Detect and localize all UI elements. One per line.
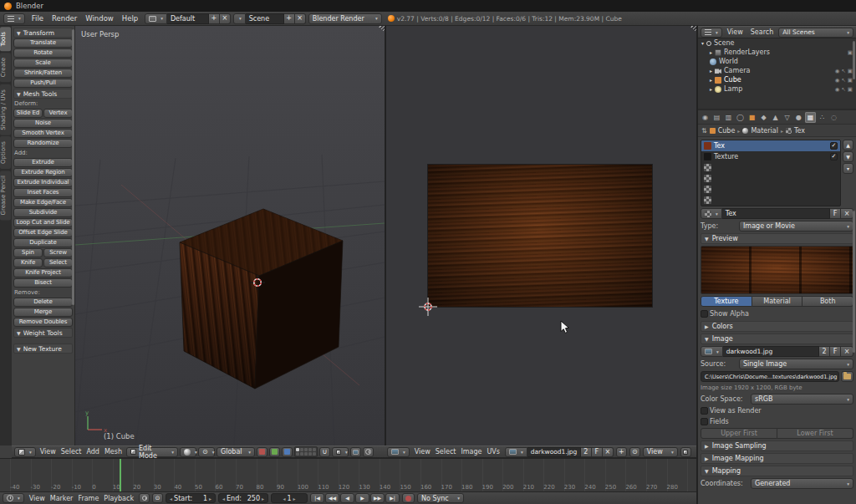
properties-scrollbar[interactable] (853, 211, 855, 353)
timeline[interactable]: -40-30-20-100102030405060708090100110120… (0, 458, 696, 491)
visibility-icon[interactable]: ◉ (835, 77, 840, 84)
tool-button[interactable]: Merge (13, 308, 73, 317)
file-browse-button[interactable] (841, 371, 853, 382)
layers-widget[interactable] (294, 446, 318, 457)
use-preview-range-button[interactable] (139, 493, 150, 503)
colorspace-dropdown[interactable]: sRGB (751, 394, 853, 405)
playback-button[interactable]: ◀◀ (325, 493, 339, 503)
tool-button[interactable]: Slide Ed (13, 109, 43, 118)
image-name-field[interactable]: darkwood1.jpg (723, 346, 819, 357)
tab-options[interactable]: Options (0, 136, 11, 169)
panel-header-new-texture[interactable]: ▼New Texture (13, 344, 73, 354)
tool-button[interactable]: Shrink/Fatten (13, 69, 73, 78)
breadcrumb-texture[interactable]: Tex (794, 127, 805, 135)
slot-enable-checkbox[interactable]: ✓ (830, 153, 838, 160)
context-cycle-icon[interactable]: ⇅ (701, 127, 707, 135)
image-users-button[interactable]: 2 (581, 447, 592, 457)
image-browse-button[interactable] (505, 447, 527, 457)
outliner-search-menu[interactable]: Search (748, 28, 776, 36)
slot-specials-button[interactable]: ▾ (843, 163, 853, 174)
texture-unlink-button[interactable]: × (841, 208, 853, 219)
tab-texture[interactable]: ▦ (805, 112, 816, 123)
panel-header-preview[interactable]: ▼Preview (701, 233, 853, 244)
view-as-render-checkbox[interactable] (701, 407, 708, 415)
tab-constraints[interactable]: ◆ (758, 112, 769, 123)
outliner-row-world[interactable]: World (698, 57, 856, 66)
editor-type-timeline-button[interactable] (3, 493, 24, 503)
menu-item[interactable]: View (412, 448, 433, 456)
render-engine-dropdown[interactable]: Blender Render (308, 13, 382, 24)
outliner-row-lamp[interactable]: ▸ Lamp ◉↖▣ (698, 84, 856, 94)
snap-magnet-button[interactable]: ∪ (319, 447, 330, 457)
outliner-view-menu[interactable]: View (725, 28, 746, 36)
slot-move-up-button[interactable]: ▲ (843, 140, 853, 150)
new-image-button[interactable]: + (616, 447, 627, 457)
texture-slot-empty[interactable] (701, 184, 840, 195)
panel-header-colors[interactable]: ▶Colors (701, 321, 853, 332)
area-resize-grip[interactable] (689, 26, 696, 33)
tool-button[interactable]: Duplicate (13, 238, 73, 247)
scene-browse-button[interactable] (233, 13, 246, 24)
image-users-button[interactable]: 2 (819, 346, 830, 357)
panel-header-image-mapping[interactable]: ▶Image Mapping (701, 453, 853, 464)
outliner-row-scene[interactable]: ▾ Scene (698, 38, 856, 48)
outliner-row-camera[interactable]: ▸ Camera ◉↖▣ (698, 66, 856, 75)
field-order-button[interactable]: Lower First (777, 428, 853, 439)
expand-icon[interactable]: ▸ (710, 86, 712, 92)
pivot-dropdown[interactable]: ⊙ (198, 447, 215, 457)
mode-dropdown[interactable]: Edit Mode (126, 447, 178, 457)
tool-button[interactable]: Extrude (13, 158, 73, 167)
tool-button[interactable]: Extrude Individual (13, 178, 73, 187)
tab-modifiers[interactable]: ▲ (770, 112, 781, 123)
filepath-field[interactable]: C:\Users\Chris\Docume...textures\darkwoo… (701, 371, 839, 382)
tool-button[interactable]: Subdivide (13, 208, 73, 217)
layout-browse-button[interactable] (145, 13, 167, 24)
menu-item[interactable]: Window (81, 14, 118, 23)
tab-physics[interactable]: ◌ (828, 112, 839, 123)
menu-item[interactable]: Help (118, 14, 142, 23)
current-frame-field[interactable]: 1 (271, 493, 308, 503)
record-button[interactable] (402, 493, 415, 503)
slot-enable-checkbox[interactable]: ✓ (830, 142, 838, 150)
visibility-icon[interactable]: ◉ (835, 86, 840, 93)
tool-button[interactable]: Loop Cut and Slide (13, 218, 73, 227)
renderability-icon[interactable]: ▣ (848, 86, 853, 93)
titlebar[interactable]: Blender (0, 0, 856, 12)
playback-button[interactable]: |◀ (310, 493, 324, 503)
playback-button[interactable]: ▶| (385, 493, 400, 503)
expand-icon[interactable]: ▸ (710, 77, 712, 83)
tab-object-data[interactable]: ▽ (782, 112, 792, 123)
tool-button[interactable]: Randomize (13, 139, 73, 148)
tool-button[interactable]: Remove Doubles (13, 318, 73, 327)
playback-button[interactable]: ▶ (355, 493, 369, 503)
texture-browse-button[interactable] (701, 208, 722, 219)
tab-grease-pencil[interactable]: Grease Pencil (0, 171, 11, 220)
outliner-scrollbar[interactable] (853, 41, 855, 79)
tool-button[interactable]: Screw (43, 248, 73, 257)
visibility-icon[interactable]: ◉ (835, 68, 840, 74)
tool-button[interactable]: Bisect (13, 278, 73, 288)
tool-button[interactable]: Rotate (13, 48, 73, 58)
texture-type-dropdown[interactable]: Image or Movie (739, 221, 853, 232)
playback-button[interactable]: ◀ (340, 493, 354, 503)
tab-world[interactable]: ◯ (735, 112, 746, 123)
tab-render[interactable]: ◉ (700, 112, 711, 123)
panel-header-mapping[interactable]: ▼Mapping (701, 466, 853, 476)
menu-item[interactable]: File (28, 14, 48, 23)
tab-shading-uvs[interactable]: Shading / UVs (0, 84, 11, 135)
layout-add-button[interactable]: + (209, 13, 220, 24)
lock-frame-button[interactable]: ⊙ (152, 493, 163, 503)
tool-button[interactable]: Vertex (43, 109, 73, 118)
texture-slot-empty[interactable] (701, 195, 840, 206)
current-frame-playhead[interactable] (120, 459, 121, 491)
tool-button[interactable]: Extrude Region (13, 168, 73, 177)
image-source-dropdown[interactable]: Single Image (739, 359, 853, 369)
layout-name-field[interactable]: Default (167, 13, 209, 24)
tool-button[interactable]: Smooth Vertex (13, 129, 73, 138)
selectability-icon[interactable]: ↖ (841, 86, 845, 93)
viewport-3d-scene[interactable] (75, 26, 385, 445)
sync-dropdown[interactable]: No Sync (417, 493, 464, 503)
show-alpha-checkbox[interactable] (701, 310, 708, 318)
preview-mode-button[interactable]: Both (802, 296, 853, 307)
editor-type-image-button[interactable] (387, 447, 410, 457)
